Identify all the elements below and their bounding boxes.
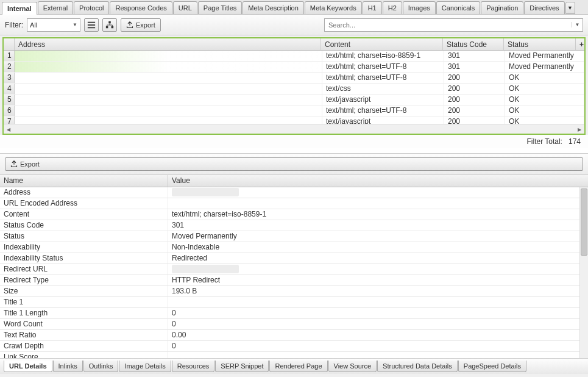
tab-external[interactable]: External <box>38 1 73 14</box>
detail-row[interactable]: IndexabilityNon-Indexable <box>0 242 588 253</box>
detail-row[interactable]: Link Score <box>0 352 588 358</box>
bottom-tab-url-details[interactable]: URL Details <box>4 361 52 372</box>
bottom-tab-image-details[interactable]: Image Details <box>119 361 171 372</box>
detail-value <box>168 264 588 275</box>
tab-internal[interactable]: Internal <box>2 2 37 15</box>
cell-content: text/javascript <box>322 95 444 105</box>
search-dropdown-button[interactable]: ▼ <box>572 22 583 27</box>
table-row[interactable]: 4text/css200OK <box>4 84 584 95</box>
row-number: 4 <box>4 84 15 94</box>
detail-name: Text Ratio <box>0 330 168 340</box>
tab-images[interactable]: Images <box>403 1 436 14</box>
scroll-right-icon[interactable]: ▶ <box>575 124 584 134</box>
table-row[interactable]: 2text/html; charset=UTF-8301Moved Perman… <box>4 62 584 73</box>
cell-address <box>15 73 322 83</box>
detail-row[interactable]: Word Count0 <box>0 319 588 330</box>
export-button[interactable]: Export <box>121 18 161 32</box>
detail-row[interactable]: Crawl Depth0 <box>0 341 588 352</box>
tab-page-titles[interactable]: Page Titles <box>198 1 242 14</box>
tab-url[interactable]: URL <box>173 1 197 14</box>
cell-content: text/css <box>322 84 444 94</box>
grid-add-column-button[interactable]: + <box>576 38 584 50</box>
grid-horizontal-scrollbar[interactable]: ◀ ▶ <box>4 124 584 134</box>
bottom-tab-pagespeed-details[interactable]: PageSpeed Details <box>458 361 526 372</box>
tab-overflow-button[interactable]: ▼ <box>565 2 575 14</box>
table-row[interactable]: 3text/html; charset=UTF-8200OK <box>4 73 584 84</box>
detail-name: Title 1 <box>0 297 168 307</box>
detail-row[interactable]: Title 1 Length0 <box>0 308 588 319</box>
bottom-tab-serp-snippet[interactable]: SERP Snippet <box>215 361 269 372</box>
cell-status-code: 200 <box>444 73 505 83</box>
bottom-tab-rendered-page[interactable]: Rendered Page <box>269 361 327 372</box>
tab-response-codes[interactable]: Response Codes <box>110 1 172 14</box>
detail-value: HTTP Redirect <box>168 275 588 285</box>
detail-row[interactable]: StatusMoved Permanently <box>0 231 588 242</box>
detail-value: Non-Indexable <box>168 242 588 253</box>
tab-directives[interactable]: Directives <box>524 1 564 14</box>
filter-select-value: All <box>30 21 37 29</box>
detail-row[interactable]: Address <box>0 187 588 198</box>
cell-content: text/html; charset=UTF-8 <box>322 106 444 116</box>
search-box[interactable]: ▼ <box>324 18 583 32</box>
scroll-left-icon[interactable]: ◀ <box>4 124 13 134</box>
detail-row[interactable]: Contenttext/html; charset=iso-8859-1 <box>0 209 588 220</box>
main-toolbar: Filter: All ▼ Export ▼ <box>0 15 588 35</box>
table-row[interactable]: 7text/javascript200OK <box>4 117 584 124</box>
table-row[interactable]: 6text/html; charset=UTF-8200OK <box>4 106 584 117</box>
tab-canonicals[interactable]: Canonicals <box>436 1 480 14</box>
details-header-name[interactable]: Name <box>0 175 168 187</box>
detail-row[interactable]: Text Ratio0.00 <box>0 330 588 341</box>
search-input[interactable] <box>325 20 572 30</box>
details-header-value[interactable]: Value <box>168 175 588 187</box>
list-view-button[interactable] <box>84 18 99 32</box>
grid-header-address[interactable]: Address <box>15 38 321 50</box>
grid-header-content[interactable]: Content <box>321 38 443 50</box>
detail-row[interactable]: Status Code301 <box>0 220 588 231</box>
cell-content: text/javascript <box>322 117 444 124</box>
detail-row[interactable]: Redirect URL <box>0 264 588 275</box>
detail-row[interactable]: URL Encoded Address <box>0 198 588 209</box>
cell-status-code: 200 <box>444 117 505 124</box>
scrollbar-thumb[interactable] <box>581 188 587 256</box>
detail-value: 0.00 <box>168 330 588 340</box>
bottom-tab-structured-data-details[interactable]: Structured Data Details <box>377 361 458 372</box>
tab-protocol[interactable]: Protocol <box>74 1 109 14</box>
table-row[interactable]: 5text/javascript200OK <box>4 95 584 106</box>
cell-status: OK <box>505 84 584 94</box>
tab-pagination[interactable]: Pagination <box>481 1 523 14</box>
detail-name: Redirect URL <box>0 264 168 275</box>
tab-h1[interactable]: H1 <box>363 1 382 14</box>
bottom-tab-inlinks[interactable]: Inlinks <box>53 361 83 372</box>
bottom-tab-view-source[interactable]: View Source <box>328 361 377 372</box>
grid-header-status[interactable]: Status <box>504 38 576 50</box>
grid-header-status-code[interactable]: Status Code <box>443 38 504 50</box>
detail-row[interactable]: Indexability StatusRedirected <box>0 253 588 264</box>
detail-value: 301 <box>168 220 588 231</box>
detail-row[interactable]: Redirect TypeHTTP Redirect <box>0 275 588 286</box>
tab-meta-description[interactable]: Meta Description <box>243 1 304 14</box>
export-details-button[interactable]: Export <box>5 157 583 171</box>
filter-select[interactable]: All ▼ <box>27 18 80 32</box>
bottom-tab-resources[interactable]: Resources <box>172 361 215 372</box>
tree-view-button[interactable] <box>102 18 117 32</box>
cell-address <box>15 84 322 94</box>
tab-meta-keywords[interactable]: Meta Keywords <box>305 1 362 14</box>
detail-name: URL Encoded Address <box>0 198 168 209</box>
detail-value: Redirected <box>168 253 588 264</box>
detail-name: Redirect Type <box>0 275 168 285</box>
detail-name: Indexability Status <box>0 253 168 264</box>
detail-name: Title 1 Length <box>0 308 168 318</box>
table-row[interactable]: 1text/html; charset=iso-8859-1301Moved P… <box>4 51 584 62</box>
cell-status-code: 301 <box>444 51 505 61</box>
tab-h2[interactable]: H2 <box>383 1 402 14</box>
cell-status-code: 200 <box>444 84 505 94</box>
svg-rect-3 <box>108 21 111 23</box>
details-vertical-scrollbar[interactable] <box>579 187 588 358</box>
detail-name: Size <box>0 286 168 296</box>
grid-header-rownum <box>4 38 15 50</box>
row-number: 3 <box>4 73 15 83</box>
bottom-tab-bar: URL DetailsInlinksOutlinksImage DetailsR… <box>0 358 588 374</box>
detail-row[interactable]: Size193.0 B <box>0 286 588 297</box>
detail-row[interactable]: Title 1 <box>0 297 588 308</box>
bottom-tab-outlinks[interactable]: Outlinks <box>83 361 119 372</box>
